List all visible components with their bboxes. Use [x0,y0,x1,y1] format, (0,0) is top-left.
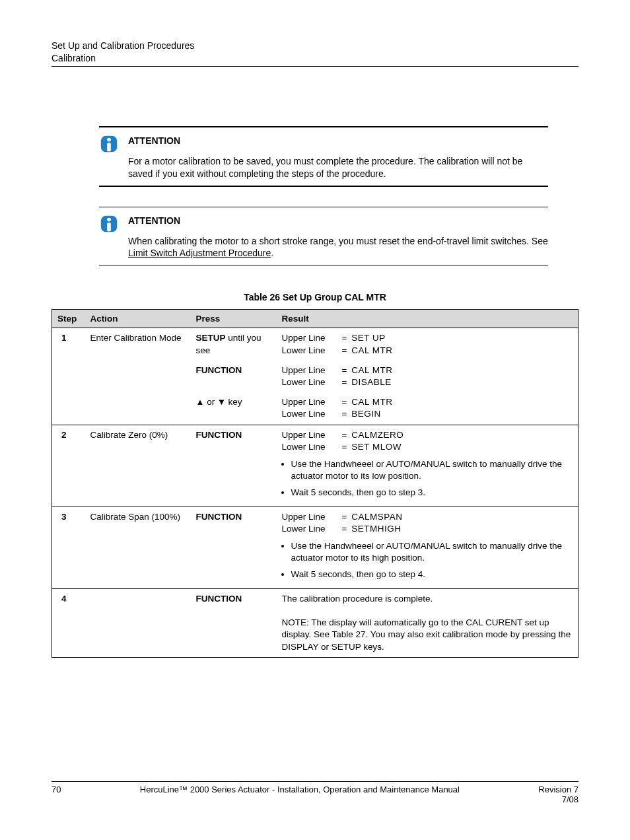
cell-press: SETUP until you see [191,328,277,361]
attention-text-after: . [271,248,273,258]
table-row: 1Enter Calibration ModeSETUP until you s… [52,328,578,361]
col-press: Press [191,310,277,328]
col-step: Step [52,310,85,328]
info-icon [99,214,119,234]
attention-body: ATTENTION For a motor calibration to be … [128,134,548,180]
cell-step: 3 [52,507,85,588]
list-item: Use the Handwheeel or AUTO/MANUAL switch… [291,458,573,482]
footer-right: Revision 7 7/08 [538,785,578,804]
attention-title: ATTENTION [128,135,548,146]
attention-text-before: When calibrating the motor to a short st… [128,236,548,246]
list-item: Wait 5 seconds, then go to step 4. [291,569,573,580]
attention-box-2: ATTENTION When calibrating the motor to … [99,207,548,266]
page-footer: 70 HercuLine™ 2000 Series Actuator - Ins… [52,781,578,804]
cell-result: Upper Line= CALMZEROLower Line= SET MLOW… [277,425,578,507]
cell-action [85,361,191,392]
cell-action: Calibrate Zero (0%) [85,425,191,507]
svg-rect-2 [107,143,111,151]
table-row: 4FUNCTIONThe calibration procedure is co… [52,588,578,657]
attention-link[interactable]: Limit Switch Adjustment Procedure [128,248,271,258]
cell-action: Calibrate Span (100%) [85,507,191,588]
svg-rect-5 [107,223,111,231]
table-row: 3Calibrate Span (100%)FUNCTIONUpper Line… [52,507,578,588]
col-result: Result [277,310,578,328]
table-row: 2Calibrate Zero (0%)FUNCTIONUpper Line= … [52,425,578,507]
svg-point-4 [107,217,111,221]
up-arrow-icon: ▲ [196,397,205,407]
col-action: Action [85,310,191,328]
table-row: ▲ or ▼ keyUpper Line= CAL MTRLower Line=… [52,392,578,425]
cell-result: Upper Line= CALMSPANLower Line= SETMHIGH… [277,507,578,588]
table-title: Table 26 Set Up Group CAL MTR [52,292,578,302]
cell-result: Upper Line= CAL MTRLower Line= DISABLE [277,361,578,392]
cell-action: Enter Calibration Mode [85,328,191,361]
svg-point-1 [107,137,111,141]
footer-rev: Revision 7 [538,785,578,794]
cell-result: The calibration procedure is complete.NO… [277,588,578,657]
table-row: FUNCTIONUpper Line= CAL MTRLower Line= D… [52,361,578,392]
procedure-table: Step Action Press Result 1Enter Calibrat… [52,309,578,657]
footer-date: 7/08 [538,794,578,804]
attention-text: For a motor calibration to be saved, you… [128,155,548,180]
cell-step: 1 [52,328,85,361]
page-header: Set Up and Calibration Procedures Calibr… [52,40,578,67]
cell-press: FUNCTION [191,588,277,657]
list-item: Use the Handwheeel or AUTO/MANUAL switch… [291,540,573,564]
footer-page: 70 [52,785,61,804]
attention-body: ATTENTION When calibrating the motor to … [128,214,548,260]
info-icon [99,134,119,154]
attention-text: When calibrating the motor to a short st… [128,235,548,260]
cell-step: 4 [52,588,85,657]
cell-step: 2 [52,425,85,507]
cell-result: Upper Line= SET UPLower Line= CAL MTR [277,328,578,361]
down-arrow-icon: ▼ [217,397,226,407]
cell-action [85,392,191,425]
footer-title: HercuLine™ 2000 Series Actuator - Instal… [140,785,460,804]
cell-press: FUNCTION [191,361,277,392]
cell-press: FUNCTION [191,507,277,588]
header-line-1: Set Up and Calibration Procedures [52,40,578,52]
cell-action [85,588,191,657]
header-line-2: Calibration [52,52,578,65]
cell-press: FUNCTION [191,425,277,507]
cell-step [52,361,85,392]
cell-result: Upper Line= CAL MTRLower Line= BEGIN [277,392,578,425]
cell-step [52,392,85,425]
attention-title: ATTENTION [128,215,548,226]
list-item: Wait 5 seconds, then go to step 3. [291,487,573,499]
attention-box-1: ATTENTION For a motor calibration to be … [99,126,548,187]
cell-press: ▲ or ▼ key [191,392,277,425]
